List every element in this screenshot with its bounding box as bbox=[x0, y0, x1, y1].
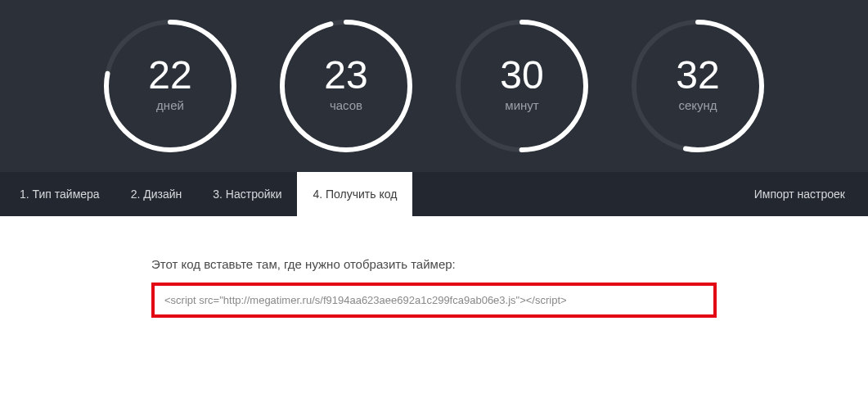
code-highlight-box bbox=[151, 283, 717, 318]
timer-ring-days bbox=[101, 16, 240, 156]
timer-seconds: 32 секунд bbox=[628, 16, 767, 156]
tab-timer-type[interactable]: 1. Тип таймера bbox=[4, 172, 115, 216]
import-settings-link[interactable]: Импорт настроек bbox=[731, 172, 868, 216]
timer-minutes: 30 минут bbox=[452, 16, 591, 156]
tab-get-code[interactable]: 4. Получить код bbox=[297, 172, 412, 216]
tab-design[interactable]: 2. Дизайн bbox=[115, 172, 198, 216]
instruction-text: Этот код вставьте там, где нужно отобраз… bbox=[151, 257, 717, 271]
embed-code-field[interactable] bbox=[156, 287, 712, 313]
tabs-bar: 1. Тип таймера 2. Дизайн 3. Настройки 4.… bbox=[0, 172, 868, 216]
timer-ring-seconds bbox=[628, 16, 767, 156]
timer-hours: 23 часов bbox=[277, 16, 416, 156]
timer-days: 22 дней bbox=[101, 16, 240, 156]
timer-preview-area: 22 дней 23 часов 30 минут 32 bbox=[0, 0, 868, 216]
timer-row: 22 дней 23 часов 30 минут 32 bbox=[0, 16, 868, 172]
tab-spacer bbox=[412, 172, 731, 216]
content-area: Этот код вставьте там, где нужно отобраз… bbox=[0, 216, 868, 367]
timer-ring-hours bbox=[277, 16, 416, 156]
timer-ring-minutes bbox=[452, 16, 591, 156]
tab-settings[interactable]: 3. Настройки bbox=[197, 172, 297, 216]
svg-point-3 bbox=[282, 22, 410, 150]
